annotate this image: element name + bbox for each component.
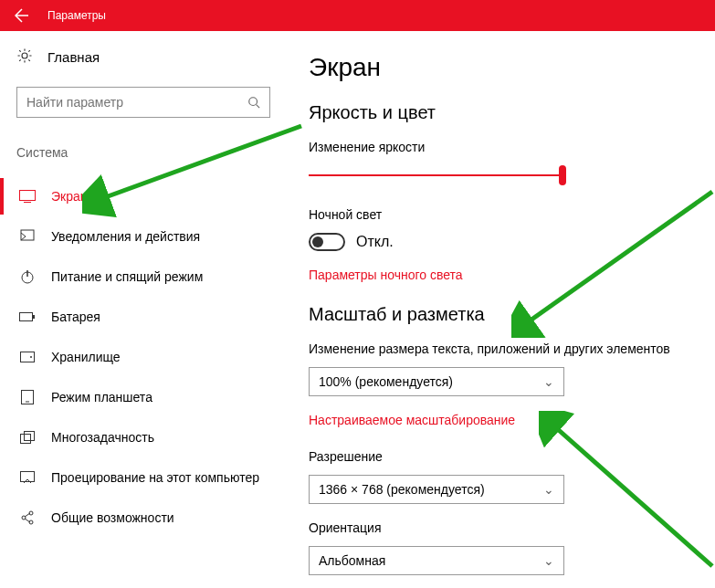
svg-rect-2 [20,191,36,201]
sidebar-item-label: Питание и спящий режим [51,269,203,284]
sidebar-item-display[interactable]: Экран [16,176,272,216]
brightness-label: Изменение яркости [309,140,702,154]
svg-point-10 [30,356,32,358]
back-button[interactable] [0,0,44,31]
orientation-select[interactable]: Альбомная ⌄ [309,546,564,575]
notification-icon [18,229,37,244]
sidebar-item-label: Режим планшета [51,390,152,404]
sidebar-item-battery[interactable]: Батарея [16,297,272,337]
search-box[interactable] [16,87,270,118]
svg-point-0 [249,98,258,106]
sidebar-item-label: Экран [51,189,88,204]
svg-rect-15 [21,472,35,482]
svg-rect-7 [20,313,33,321]
power-icon [18,269,37,284]
scale-label: Изменение размера текста, приложений и д… [309,341,702,356]
title-bar: Параметры [0,0,715,31]
projecting-icon [18,471,37,484]
orientation-value: Альбомная [319,553,385,568]
shared-icon [18,510,37,525]
sidebar-item-multitasking[interactable]: Многозадачность [16,417,272,457]
chevron-down-icon: ⌄ [543,553,554,568]
sidebar-item-notifications[interactable]: Уведомления и действия [16,216,272,257]
category-label: Система [16,145,272,160]
scale-value: 100% (рекомендуется) [319,374,453,389]
orientation-label: Ориентация [309,520,702,535]
resolution-label: Разрешение [309,449,702,464]
toggle-knob [312,236,323,247]
night-light-toggle[interactable] [309,233,345,251]
back-arrow-icon [15,8,29,23]
svg-rect-13 [21,435,31,444]
sidebar-item-label: Многозадачность [51,430,154,445]
svg-line-1 [257,105,260,109]
brightness-section-title: Яркость и цвет [309,102,702,123]
sidebar-item-projecting[interactable]: Проецирование на этот компьютер [16,457,272,498]
svg-rect-14 [25,432,35,441]
brightness-slider[interactable] [309,165,566,185]
svg-rect-8 [33,315,35,319]
scale-select[interactable]: 100% (рекомендуется) ⌄ [309,367,564,396]
resolution-value: 1366 × 768 (рекомендуется) [319,482,485,497]
gear-icon [16,47,33,67]
storage-icon [18,352,37,362]
search-icon [247,96,260,109]
page-title: Экран [309,53,702,82]
night-light-settings-link[interactable]: Параметры ночного света [309,268,702,282]
sidebar-item-power[interactable]: Питание и спящий режим [16,257,272,297]
svg-point-17 [22,516,26,520]
svg-rect-9 [21,352,35,362]
sidebar-item-label: Проецирование на этот компьютер [51,470,259,485]
night-light-label: Ночной свет [309,207,702,222]
slider-track [309,174,566,176]
sidebar: Главная Система Экран Уведомления и дейс… [0,31,283,588]
custom-scaling-link[interactable]: Настраиваемое масштабирование [309,413,702,427]
scale-section-title: Масштаб и разметка [309,304,702,325]
sidebar-item-storage[interactable]: Хранилище [16,337,272,377]
night-light-state: Откл. [356,234,394,250]
sidebar-item-label: Батарея [51,310,100,324]
battery-icon [18,311,37,322]
display-icon [18,190,37,203]
tablet-icon [18,390,37,404]
search-input[interactable] [26,95,247,110]
chevron-down-icon: ⌄ [543,374,554,389]
home-label: Главная [47,49,100,65]
sidebar-item-label: Уведомления и действия [51,229,200,244]
slider-thumb[interactable] [559,165,566,185]
sidebar-item-tablet[interactable]: Режим планшета [16,377,272,417]
home-link[interactable]: Главная [16,47,272,67]
sidebar-item-label: Хранилище [51,350,121,364]
main-content: Экран Яркость и цвет Изменение яркости Н… [283,31,715,588]
sidebar-item-shared[interactable]: Общие возможности [16,498,272,538]
sidebar-item-label: Общие возможности [51,510,174,525]
multitasking-icon [18,431,37,444]
resolution-select[interactable]: 1366 × 768 (рекомендуется) ⌄ [309,475,564,504]
window-title: Параметры [47,9,106,22]
chevron-down-icon: ⌄ [543,482,554,497]
